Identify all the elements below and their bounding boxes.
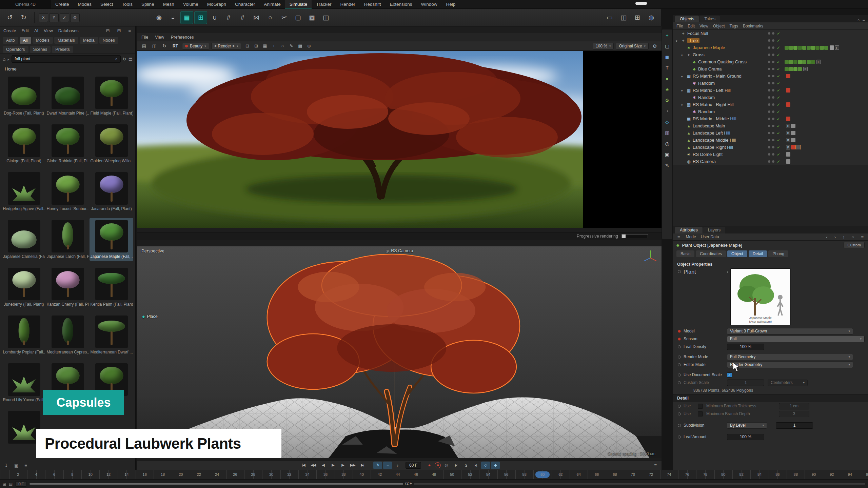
object-name[interactable]: Tree <box>687 38 699 43</box>
object-name[interactable]: Landscape Middle Hill <box>693 138 736 143</box>
home-icon[interactable] <box>3 56 5 62</box>
prev-frame-button[interactable]: ◀ <box>319 462 328 469</box>
asset-item[interactable]: Juneberry (Fall, Plant) <box>2 266 46 309</box>
enabled-check-icon[interactable] <box>774 102 783 107</box>
object-name[interactable]: Random <box>698 109 715 114</box>
menu-item[interactable]: Render <box>336 0 360 8</box>
render-target-dropdown[interactable]: < Render > <box>211 43 241 49</box>
snap-icon[interactable]: ∪ <box>208 11 221 24</box>
visibility-dots[interactable] <box>757 132 774 134</box>
asset-item[interactable]: Honey Locust 'Sunbur... <box>46 170 90 213</box>
enabled-check-icon[interactable] <box>774 131 783 136</box>
status-grid-icon[interactable] <box>3 481 6 487</box>
expand-arrow-icon[interactable] <box>681 88 685 93</box>
menu-item[interactable]: Modes <box>74 0 96 8</box>
expand-arrow-icon[interactable] <box>681 102 685 107</box>
lock-icon[interactable] <box>851 235 855 240</box>
sync-icon[interactable] <box>123 56 126 62</box>
history-forward-icon[interactable] <box>833 235 837 240</box>
asset-menu-item[interactable]: Databases <box>58 28 79 33</box>
record-scale-toggle[interactable]: S <box>461 462 470 469</box>
mode-menu[interactable]: Mode <box>686 235 696 239</box>
render-view-menu-item[interactable]: File <box>141 35 148 40</box>
visibility-dots[interactable] <box>757 110 774 113</box>
subdivision-dropdown[interactable]: By Level <box>727 422 767 429</box>
menu-item[interactable]: Mesh <box>159 0 179 8</box>
viewport-name-label[interactable]: Perspective <box>141 248 164 253</box>
panel-menu-icon[interactable]: ≡ <box>127 28 132 33</box>
render-pass-dropdown[interactable]: Beauty <box>182 43 209 49</box>
custom-scale-unit-dropdown[interactable]: Centimeters <box>768 380 808 386</box>
undo-icon[interactable]: ↺ <box>3 11 16 24</box>
enabled-check-icon[interactable] <box>774 138 783 143</box>
visibility-dots[interactable] <box>757 82 774 84</box>
visibility-dots[interactable] <box>757 146 774 148</box>
leaf-amount-field[interactable]: 100 % <box>727 434 764 440</box>
object-tree-row[interactable]: Landscape Left Hill <box>673 129 868 137</box>
om-menu-item[interactable]: Object <box>713 24 725 28</box>
object-name[interactable]: Landscape Main <box>693 123 725 128</box>
transform-tool-icon[interactable]: + <box>663 31 672 40</box>
asset-item[interactable]: Golden Weeping Willo... <box>90 122 133 165</box>
keyframe-dot[interactable] <box>678 330 681 333</box>
asset-browser-icon[interactable]: ▩ <box>305 11 318 24</box>
import-icon[interactable] <box>3 463 9 468</box>
new-folder-icon[interactable] <box>13 463 19 468</box>
grid-view-icon[interactable]: ⊞ <box>116 28 122 33</box>
om-menu-item[interactable]: View <box>699 24 708 28</box>
keyframe-dot[interactable] <box>678 424 681 427</box>
rt-label[interactable]: RT <box>171 44 180 48</box>
enabled-check-icon[interactable] <box>774 109 783 114</box>
menu-item[interactable]: Create <box>51 0 74 8</box>
om-menu-item[interactable]: Edit <box>688 24 695 28</box>
asset-item[interactable]: Japanese Camellia (Fal... <box>2 218 46 261</box>
clear-search-icon[interactable]: × <box>115 57 117 61</box>
asset-menu-item[interactable]: AI <box>34 28 38 33</box>
record-parameter-toggle[interactable]: ◇ <box>481 462 490 469</box>
leaf-density-field[interactable]: 100 % <box>727 344 764 350</box>
use-max-branch-checkbox[interactable] <box>698 411 703 416</box>
axis-y-toggle[interactable]: Y <box>49 13 59 22</box>
frame-ruler[interactable]: 2468101214161820222426283032343638404244… <box>0 470 868 479</box>
object-name[interactable]: RS Dome Light <box>693 152 723 157</box>
asset-subtab[interactable]: Presets <box>52 46 73 53</box>
expand-arrow-icon[interactable] <box>676 38 679 43</box>
measure-icon[interactable]: ◔ <box>663 107 672 116</box>
keyframe-dot[interactable] <box>678 355 681 359</box>
object-tags[interactable] <box>783 67 868 71</box>
menu-item[interactable]: Simulate <box>285 0 312 8</box>
object-tree-row[interactable]: Landscape Main <box>673 122 868 129</box>
sphere-object-icon[interactable]: ● <box>663 74 672 83</box>
visibility-dots[interactable] <box>757 160 774 163</box>
object-tree-row[interactable]: RS Matrix - Middle Hill <box>673 115 868 122</box>
asset-item[interactable]: Kanzan Cherry (Fall, Pl... <box>46 266 90 309</box>
enabled-check-icon[interactable] <box>774 53 783 57</box>
object-name[interactable]: Japanese Maple <box>693 45 725 50</box>
dock-icon[interactable]: ⊟ <box>105 28 111 33</box>
om-search-icon[interactable] <box>856 17 861 22</box>
enabled-check-icon[interactable] <box>774 88 783 93</box>
am-burger-icon[interactable] <box>676 235 681 240</box>
render-view-menu-item[interactable]: Preferences <box>171 35 194 40</box>
object-name[interactable]: RS Camera <box>693 159 716 164</box>
object-tags[interactable] <box>783 45 868 50</box>
goto-end-button[interactable]: ▶| <box>358 462 367 469</box>
timeline-options-icon[interactable]: ≡ <box>654 463 657 468</box>
asset-item[interactable]: Japanese Maple (Fall, ... <box>90 218 133 261</box>
material-icon[interactable]: ▣ <box>663 150 672 159</box>
record-button[interactable]: ● <box>425 462 434 469</box>
object-tags[interactable] <box>783 124 868 128</box>
visibility-dots[interactable] <box>757 89 774 92</box>
attribute-section-tab[interactable]: Detail <box>749 250 767 257</box>
current-frame-field[interactable]: 60 F <box>406 462 421 469</box>
object-tree-row[interactable]: Common Quaking Grass <box>673 58 868 65</box>
asset-item[interactable]: Mediterranean Cypres... <box>46 313 90 357</box>
generator-gear-icon[interactable]: ⚙ <box>663 96 672 105</box>
menu-item[interactable]: Window <box>416 0 441 8</box>
filter-icon[interactable]: ▦ <box>261 42 269 50</box>
object-tags[interactable] <box>783 152 868 157</box>
visibility-dots[interactable] <box>757 61 774 63</box>
prev-key-button[interactable]: ◀◀ <box>309 462 318 469</box>
channels-icon[interactable]: + <box>270 42 278 50</box>
om-menu-item[interactable]: Tags <box>730 24 738 28</box>
